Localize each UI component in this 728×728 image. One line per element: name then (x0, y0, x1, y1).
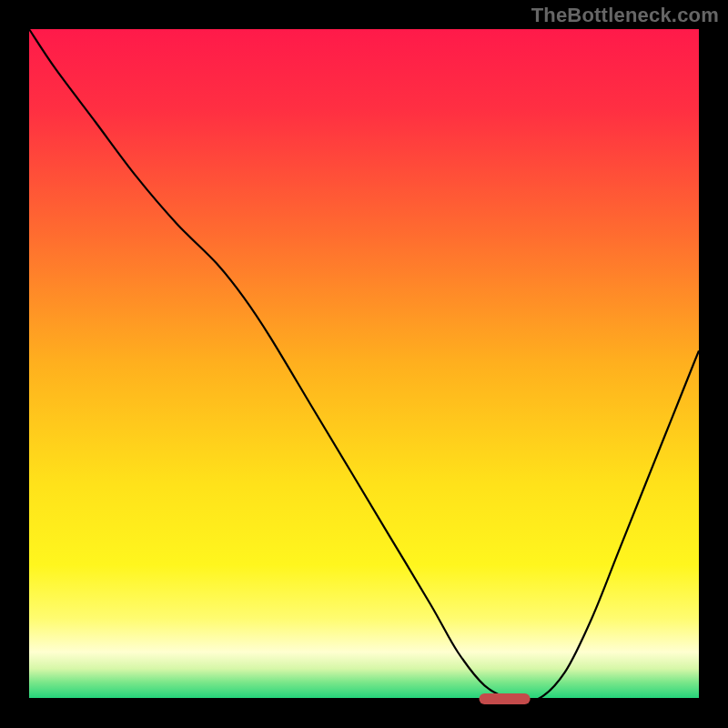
bottleneck-chart (0, 0, 728, 728)
gradient-background (29, 29, 699, 699)
chart-frame: TheBottleneck.com (0, 0, 728, 728)
watermark-text: TheBottleneck.com (531, 4, 719, 27)
